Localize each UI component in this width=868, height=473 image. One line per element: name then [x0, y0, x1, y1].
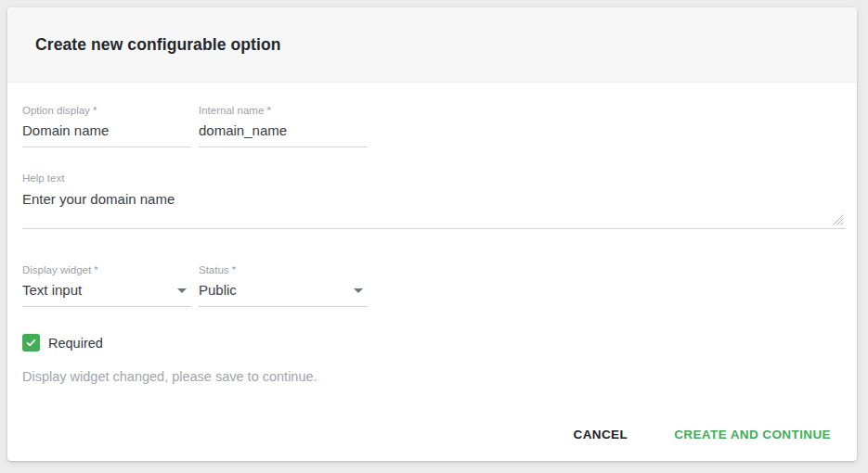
display-widget-field: Display widget * Text input [22, 264, 191, 307]
help-text-input[interactable]: Enter your domain name [22, 191, 846, 229]
internal-name-input[interactable] [199, 123, 368, 147]
checkmark-icon [25, 337, 37, 349]
status-value: Public [199, 283, 237, 298]
help-text-field: Help text Enter your domain name [22, 173, 846, 229]
display-widget-label: Display widget * [22, 264, 191, 276]
help-text-label: Help text [22, 173, 846, 185]
status-select[interactable]: Public [199, 283, 368, 307]
name-fields-row: Option display * Internal name * [22, 105, 846, 147]
create-configurable-option-dialog: Create new configurable option Option di… [7, 7, 857, 461]
required-checkbox-row[interactable]: Required [22, 334, 846, 352]
caret-down-icon [354, 288, 363, 293]
dialog-body: Option display * Internal name * Help te… [7, 83, 857, 461]
dialog-header: Create new configurable option [7, 7, 857, 83]
status-label: Status * [199, 264, 368, 276]
select-fields-row: Display widget * Text input Status * Pub… [22, 264, 846, 307]
help-text-wrap: Enter your domain name [22, 191, 846, 229]
required-checkbox[interactable] [22, 334, 40, 352]
option-display-input[interactable] [22, 123, 191, 147]
display-widget-value: Text input [22, 283, 82, 298]
display-widget-select[interactable]: Text input [22, 283, 191, 307]
cancel-button[interactable]: CANCEL [571, 422, 629, 447]
dialog-title: Create new configurable option [35, 35, 281, 55]
save-notice-text: Display widget changed, please save to c… [22, 369, 846, 384]
internal-name-label: Internal name * [199, 105, 368, 117]
create-and-continue-button[interactable]: CREATE AND CONTINUE [672, 422, 833, 447]
dialog-footer: CANCEL CREATE AND CONTINUE [571, 422, 833, 447]
status-field: Status * Public [199, 264, 368, 307]
caret-down-icon [177, 288, 187, 293]
option-display-label: Option display * [22, 105, 191, 117]
resize-handle-icon[interactable] [833, 214, 844, 225]
internal-name-field: Internal name * [199, 105, 368, 147]
required-checkbox-label: Required [48, 336, 103, 351]
option-display-field: Option display * [22, 105, 191, 147]
